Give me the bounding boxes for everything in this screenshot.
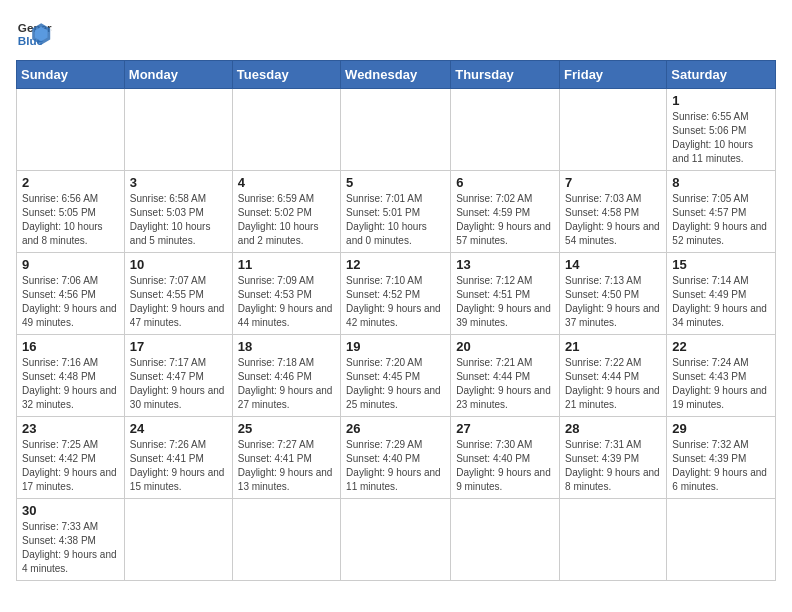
calendar-cell — [451, 499, 560, 581]
calendar-cell: 10Sunrise: 7:07 AM Sunset: 4:55 PM Dayli… — [124, 253, 232, 335]
day-number: 1 — [672, 93, 770, 108]
calendar-cell — [124, 499, 232, 581]
day-info: Sunrise: 7:27 AM Sunset: 4:41 PM Dayligh… — [238, 438, 335, 494]
day-info: Sunrise: 7:33 AM Sunset: 4:38 PM Dayligh… — [22, 520, 119, 576]
calendar-cell: 22Sunrise: 7:24 AM Sunset: 4:43 PM Dayli… — [667, 335, 776, 417]
day-number: 2 — [22, 175, 119, 190]
day-info: Sunrise: 7:06 AM Sunset: 4:56 PM Dayligh… — [22, 274, 119, 330]
day-number: 20 — [456, 339, 554, 354]
day-number: 27 — [456, 421, 554, 436]
col-header-tuesday: Tuesday — [232, 61, 340, 89]
calendar-week-row: 30Sunrise: 7:33 AM Sunset: 4:38 PM Dayli… — [17, 499, 776, 581]
day-number: 28 — [565, 421, 661, 436]
day-number: 29 — [672, 421, 770, 436]
calendar-cell: 13Sunrise: 7:12 AM Sunset: 4:51 PM Dayli… — [451, 253, 560, 335]
calendar-cell — [667, 499, 776, 581]
day-number: 12 — [346, 257, 445, 272]
day-info: Sunrise: 7:24 AM Sunset: 4:43 PM Dayligh… — [672, 356, 770, 412]
calendar-cell — [232, 499, 340, 581]
calendar-week-row: 9Sunrise: 7:06 AM Sunset: 4:56 PM Daylig… — [17, 253, 776, 335]
calendar: SundayMondayTuesdayWednesdayThursdayFrid… — [16, 60, 776, 581]
calendar-cell: 23Sunrise: 7:25 AM Sunset: 4:42 PM Dayli… — [17, 417, 125, 499]
day-info: Sunrise: 7:17 AM Sunset: 4:47 PM Dayligh… — [130, 356, 227, 412]
calendar-cell: 14Sunrise: 7:13 AM Sunset: 4:50 PM Dayli… — [560, 253, 667, 335]
calendar-cell: 29Sunrise: 7:32 AM Sunset: 4:39 PM Dayli… — [667, 417, 776, 499]
day-number: 6 — [456, 175, 554, 190]
calendar-cell: 2Sunrise: 6:56 AM Sunset: 5:05 PM Daylig… — [17, 171, 125, 253]
calendar-cell — [17, 89, 125, 171]
calendar-cell: 28Sunrise: 7:31 AM Sunset: 4:39 PM Dayli… — [560, 417, 667, 499]
col-header-monday: Monday — [124, 61, 232, 89]
calendar-week-row: 1Sunrise: 6:55 AM Sunset: 5:06 PM Daylig… — [17, 89, 776, 171]
calendar-cell — [232, 89, 340, 171]
day-number: 16 — [22, 339, 119, 354]
day-info: Sunrise: 7:22 AM Sunset: 4:44 PM Dayligh… — [565, 356, 661, 412]
calendar-cell: 19Sunrise: 7:20 AM Sunset: 4:45 PM Dayli… — [341, 335, 451, 417]
calendar-week-row: 16Sunrise: 7:16 AM Sunset: 4:48 PM Dayli… — [17, 335, 776, 417]
calendar-cell — [560, 499, 667, 581]
calendar-cell: 15Sunrise: 7:14 AM Sunset: 4:49 PM Dayli… — [667, 253, 776, 335]
calendar-cell: 4Sunrise: 6:59 AM Sunset: 5:02 PM Daylig… — [232, 171, 340, 253]
day-number: 9 — [22, 257, 119, 272]
day-info: Sunrise: 7:26 AM Sunset: 4:41 PM Dayligh… — [130, 438, 227, 494]
day-info: Sunrise: 6:55 AM Sunset: 5:06 PM Dayligh… — [672, 110, 770, 166]
day-info: Sunrise: 6:59 AM Sunset: 5:02 PM Dayligh… — [238, 192, 335, 248]
calendar-cell: 24Sunrise: 7:26 AM Sunset: 4:41 PM Dayli… — [124, 417, 232, 499]
calendar-cell: 6Sunrise: 7:02 AM Sunset: 4:59 PM Daylig… — [451, 171, 560, 253]
calendar-cell: 27Sunrise: 7:30 AM Sunset: 4:40 PM Dayli… — [451, 417, 560, 499]
calendar-cell — [341, 89, 451, 171]
calendar-cell: 12Sunrise: 7:10 AM Sunset: 4:52 PM Dayli… — [341, 253, 451, 335]
day-info: Sunrise: 6:56 AM Sunset: 5:05 PM Dayligh… — [22, 192, 119, 248]
day-info: Sunrise: 7:03 AM Sunset: 4:58 PM Dayligh… — [565, 192, 661, 248]
day-info: Sunrise: 7:02 AM Sunset: 4:59 PM Dayligh… — [456, 192, 554, 248]
col-header-friday: Friday — [560, 61, 667, 89]
day-info: Sunrise: 7:32 AM Sunset: 4:39 PM Dayligh… — [672, 438, 770, 494]
calendar-cell: 11Sunrise: 7:09 AM Sunset: 4:53 PM Dayli… — [232, 253, 340, 335]
calendar-cell: 26Sunrise: 7:29 AM Sunset: 4:40 PM Dayli… — [341, 417, 451, 499]
calendar-cell: 17Sunrise: 7:17 AM Sunset: 4:47 PM Dayli… — [124, 335, 232, 417]
day-number: 7 — [565, 175, 661, 190]
calendar-cell: 7Sunrise: 7:03 AM Sunset: 4:58 PM Daylig… — [560, 171, 667, 253]
calendar-cell: 5Sunrise: 7:01 AM Sunset: 5:01 PM Daylig… — [341, 171, 451, 253]
col-header-saturday: Saturday — [667, 61, 776, 89]
calendar-cell: 30Sunrise: 7:33 AM Sunset: 4:38 PM Dayli… — [17, 499, 125, 581]
day-number: 17 — [130, 339, 227, 354]
day-info: Sunrise: 7:07 AM Sunset: 4:55 PM Dayligh… — [130, 274, 227, 330]
col-header-wednesday: Wednesday — [341, 61, 451, 89]
day-number: 21 — [565, 339, 661, 354]
calendar-cell — [341, 499, 451, 581]
day-info: Sunrise: 7:31 AM Sunset: 4:39 PM Dayligh… — [565, 438, 661, 494]
day-number: 19 — [346, 339, 445, 354]
day-info: Sunrise: 7:18 AM Sunset: 4:46 PM Dayligh… — [238, 356, 335, 412]
day-number: 24 — [130, 421, 227, 436]
page-header: General Blue — [16, 16, 776, 52]
day-number: 18 — [238, 339, 335, 354]
calendar-header-row: SundayMondayTuesdayWednesdayThursdayFrid… — [17, 61, 776, 89]
day-info: Sunrise: 7:13 AM Sunset: 4:50 PM Dayligh… — [565, 274, 661, 330]
day-number: 8 — [672, 175, 770, 190]
day-number: 5 — [346, 175, 445, 190]
day-info: Sunrise: 7:25 AM Sunset: 4:42 PM Dayligh… — [22, 438, 119, 494]
day-number: 4 — [238, 175, 335, 190]
day-info: Sunrise: 7:05 AM Sunset: 4:57 PM Dayligh… — [672, 192, 770, 248]
day-number: 30 — [22, 503, 119, 518]
logo-icon: General Blue — [16, 16, 52, 52]
day-number: 25 — [238, 421, 335, 436]
day-info: Sunrise: 7:09 AM Sunset: 4:53 PM Dayligh… — [238, 274, 335, 330]
day-info: Sunrise: 7:30 AM Sunset: 4:40 PM Dayligh… — [456, 438, 554, 494]
day-info: Sunrise: 7:20 AM Sunset: 4:45 PM Dayligh… — [346, 356, 445, 412]
day-info: Sunrise: 7:14 AM Sunset: 4:49 PM Dayligh… — [672, 274, 770, 330]
day-number: 14 — [565, 257, 661, 272]
calendar-cell — [560, 89, 667, 171]
day-info: Sunrise: 6:58 AM Sunset: 5:03 PM Dayligh… — [130, 192, 227, 248]
day-number: 11 — [238, 257, 335, 272]
day-info: Sunrise: 7:16 AM Sunset: 4:48 PM Dayligh… — [22, 356, 119, 412]
day-info: Sunrise: 7:21 AM Sunset: 4:44 PM Dayligh… — [456, 356, 554, 412]
day-number: 10 — [130, 257, 227, 272]
calendar-cell: 21Sunrise: 7:22 AM Sunset: 4:44 PM Dayli… — [560, 335, 667, 417]
calendar-cell: 8Sunrise: 7:05 AM Sunset: 4:57 PM Daylig… — [667, 171, 776, 253]
day-number: 26 — [346, 421, 445, 436]
day-info: Sunrise: 7:29 AM Sunset: 4:40 PM Dayligh… — [346, 438, 445, 494]
calendar-cell: 1Sunrise: 6:55 AM Sunset: 5:06 PM Daylig… — [667, 89, 776, 171]
day-number: 13 — [456, 257, 554, 272]
